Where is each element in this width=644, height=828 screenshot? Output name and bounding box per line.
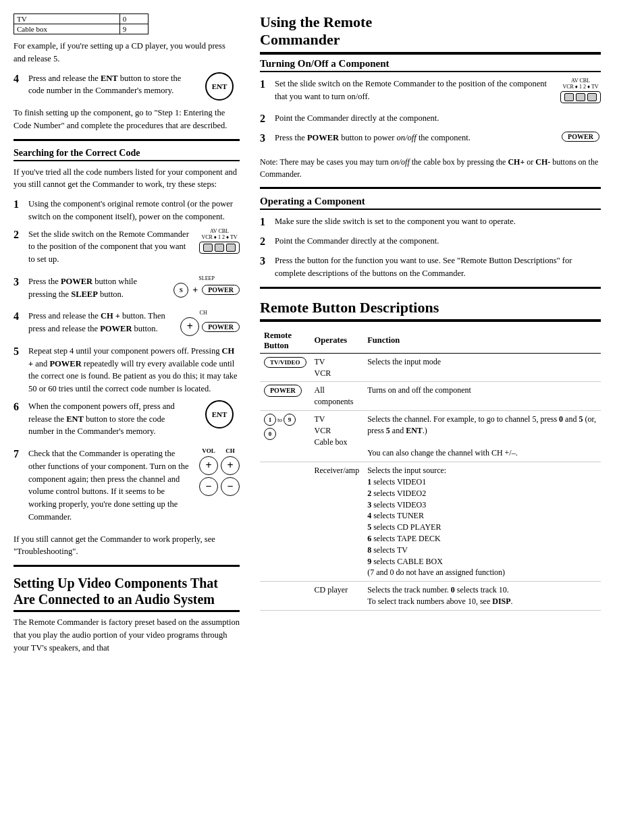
- op-step3-text: Press the button for the function you wa…: [275, 254, 601, 280]
- sleep-button-icon: S: [173, 283, 188, 298]
- rbd-col-operates: Operates: [311, 329, 364, 354]
- rbd-function-receiver: Selects the input source:1 selects VIDEO…: [363, 462, 601, 582]
- turn-step-num-2: 2: [260, 111, 275, 127]
- power-button-icon-s3: POWER: [202, 285, 240, 295]
- ch-minus-icon-7: −: [221, 477, 240, 496]
- rbd-function-tvvideo: Selects the input mode: [363, 353, 601, 382]
- rbd-operates-receiver: Receiver/amp: [311, 462, 364, 582]
- switch-tab-3: [226, 244, 236, 252]
- search-step-num-3: 3: [14, 274, 28, 301]
- op-step1: 1 Make sure the slide switch is set to t…: [260, 215, 601, 230]
- op-step1-text: Make sure the slide switch is set to the…: [275, 215, 601, 230]
- step-number-4: 4: [14, 71, 28, 98]
- ch-label-7: CH: [225, 447, 235, 454]
- table-row: TV/VIDEO TVVCR Selects the input mode: [260, 353, 601, 382]
- slide-switch-icon-r: [560, 91, 601, 103]
- switch-label-right: AV CBLVCR ♦ 1 2 ♦ TV: [562, 78, 598, 90]
- ent-button-icon-6: ENT: [205, 400, 234, 429]
- turn-step3: 3 Press the POWER button to power on/off…: [260, 132, 601, 151]
- rbd-header-row: RemoteButton Operates Function: [260, 329, 601, 354]
- to-label: to: [277, 416, 282, 424]
- search-step3: 3 Press the POWER button while pressing …: [14, 275, 240, 306]
- vol-ch-graphic: VOL + − CH + −: [199, 447, 240, 496]
- search-step-num-7: 7: [14, 446, 28, 524]
- turning-note: Note: There may be cases you may turn on…: [260, 156, 601, 180]
- switch-tab-1: [203, 244, 213, 252]
- search-step-num-2: 2: [14, 227, 28, 266]
- power-button-icon-s4: POWER: [202, 322, 240, 332]
- rbd-operates-numbers: TVVCRCable box: [311, 410, 364, 462]
- power-button-icon-r3: POWER: [562, 132, 599, 142]
- search-step7-text: Check that the Commander is operating th…: [28, 447, 192, 524]
- setting-up-body: The Remote Commander is factory preset b…: [14, 616, 240, 654]
- rbd-button-cd: [260, 582, 311, 611]
- num9-icon: 9: [284, 414, 296, 426]
- rbd-operates-tvvideo: TVVCR: [311, 353, 364, 382]
- rbd-button-numbers: 1 to 9 0: [260, 410, 311, 462]
- rbd-title: Remote Button Descriptions: [260, 299, 601, 322]
- search-step-num-5: 5: [14, 343, 28, 395]
- switch-tab-2: [215, 244, 224, 252]
- rbd-operates-cd: CD player: [311, 582, 364, 611]
- tvvideo-button-icon: TV/VIDEO: [264, 357, 306, 368]
- rbd-table: RemoteButton Operates Function TV/VIDEO …: [260, 329, 601, 611]
- ch-power-graphic: CH + POWER: [180, 310, 240, 336]
- switch-tab-r3: [587, 93, 597, 101]
- finish-text: To finish setting up the component, go t…: [14, 107, 240, 132]
- table-row: POWER Allcomponents Turns on and off the…: [260, 382, 601, 411]
- search-step7: 7 Check that the Commander is operating …: [14, 447, 240, 528]
- op-step-num-3: 3: [260, 253, 275, 280]
- switch-graphic-right: AV CBLVCR ♦ 1 2 ♦ TV: [560, 78, 601, 103]
- search-step2-text: Set the slide switch on the Remote Comma…: [28, 228, 192, 266]
- rbd-col-function: Function: [363, 329, 601, 354]
- table-label-tv: TV: [14, 14, 120, 24]
- search-step-num-4: 4: [14, 308, 28, 335]
- vol-minus-icon: −: [199, 477, 218, 496]
- turn-step1: 1 Set the slide switch on the Remote Com…: [260, 78, 601, 108]
- operating-title: Operating a Component: [260, 196, 601, 210]
- search-step6: 6 When the component powers off, press a…: [14, 400, 240, 443]
- op-step-num-2: 2: [260, 233, 275, 250]
- code-table: TV 0 Cable box 9: [14, 13, 240, 34]
- using-remote-title: Using the RemoteCommander: [260, 13, 601, 55]
- step4-text: Press and release the ENT button to stor…: [28, 72, 192, 98]
- power-button-graphic: POWER: [560, 132, 601, 142]
- still-cannot-text: If you still cannot get the Commander to…: [14, 533, 240, 559]
- vol-ch-buttons: VOL + − CH + −: [199, 447, 240, 496]
- ch-label: CH: [200, 310, 207, 316]
- switch-label-top: AV CBLVCR ♦ 1 2 ♦ TV: [201, 228, 237, 240]
- search-step6-text: When the component powers off, press and…: [28, 400, 192, 438]
- search-step5: 5 Repeat step 4 until your component pow…: [14, 345, 240, 395]
- op-step-num-1: 1: [260, 214, 275, 230]
- search-step-num-1: 1: [14, 196, 28, 223]
- num1-icon: 1: [264, 414, 276, 426]
- op-step2-text: Point the Commander directly at the comp…: [275, 235, 601, 250]
- table-row: CD player Selects the track number. 0 se…: [260, 582, 601, 611]
- num0-icon: 0: [264, 428, 276, 440]
- ent-button-graphic-6: ENT: [199, 400, 240, 429]
- turn-step2: 2 Point the Commander directly at the co…: [260, 112, 601, 127]
- number-buttons-graphic: 1 to 9: [264, 414, 306, 426]
- sleep-power-graphic: SLEEP S + POWER: [173, 275, 240, 298]
- rbd-button-tvvideo: TV/VIDEO: [260, 353, 311, 382]
- separator-1: [14, 139, 240, 141]
- left-column: TV 0 Cable box 9 For example, if you're …: [0, 7, 250, 821]
- search-step5-text: Repeat step 4 until your component power…: [28, 345, 240, 395]
- turn-step3-text: Press the POWER button to power on/off t…: [275, 132, 554, 146]
- separator-r1: [260, 187, 601, 189]
- turn-step-num-1: 1: [260, 76, 275, 103]
- vol-col: VOL + −: [199, 447, 218, 496]
- rbd-operates-power: Allcomponents: [311, 382, 364, 411]
- searching-section-title: Searching for the Correct Code: [14, 148, 240, 161]
- table-label-cablebox: Cable box: [14, 24, 120, 34]
- intro-text: For example, if you're setting up a CD p…: [14, 40, 240, 65]
- turn-step2-text: Point the Commander directly at the comp…: [275, 112, 601, 127]
- vol-plus-icon: +: [199, 456, 218, 475]
- ent-button-icon: ENT: [205, 72, 234, 101]
- rbd-function-power: Turns on and off the component: [363, 382, 601, 411]
- ch-plus-icon-7: +: [221, 456, 240, 475]
- ent-button-graphic: ENT: [199, 72, 240, 101]
- power-button-icon-table: POWER: [264, 385, 302, 397]
- search-step4: 4 Press and release the CH + button. The…: [14, 310, 240, 340]
- slide-switch-icon: [199, 242, 240, 254]
